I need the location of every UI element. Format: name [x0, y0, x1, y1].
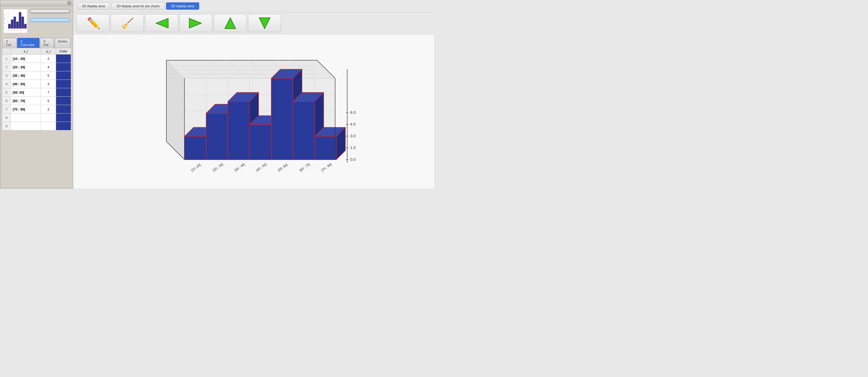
tab-bar: 2 Col 2 Col+color 3 Col Series — [0, 36, 73, 48]
close-icon[interactable] — [67, 1, 71, 5]
svg-rect-13 — [24, 24, 27, 29]
chart-area: 0.0 1.5 3.0 4.5 6.0 [10 ;20[ [20 ; 30[ [… — [73, 34, 434, 188]
color-cell[interactable] — [56, 88, 71, 97]
row-number: 8 — [2, 113, 11, 122]
svg-rect-9 — [13, 16, 16, 28]
tab-3d-display[interactable]: 3D display area — [166, 2, 199, 10]
svg-marker-56 — [206, 113, 228, 160]
svg-rect-11 — [19, 12, 22, 29]
table-row: 3[30 ; 40[5 — [2, 71, 71, 80]
left-arrow-icon — [154, 16, 169, 30]
yi-cell[interactable]: 4 — [41, 63, 56, 71]
xi-cell[interactable]: [50; 60[ — [11, 88, 41, 97]
svg-text:6: 6 — [18, 30, 19, 31]
toolbar: ✏️ 🧹 — [73, 12, 434, 34]
table-row: 2[20 ; 30[4 — [2, 63, 71, 71]
choose-type-button[interactable] — [30, 9, 70, 13]
col-header-num — [2, 48, 11, 55]
draw-button[interactable]: ✏️ — [76, 14, 110, 32]
tab-3col[interactable]: 3 Col — [40, 38, 54, 48]
svg-text:2: 2 — [4, 23, 5, 24]
svg-marker-62 — [250, 125, 271, 160]
svg-marker-23 — [225, 18, 236, 29]
color-cell[interactable] — [56, 71, 71, 80]
xi-cell[interactable]: [40 ; 50[ — [11, 80, 41, 88]
tab-2col-color[interactable]: 2 Col+color — [17, 38, 39, 48]
svg-text:1.5: 1.5 — [350, 145, 355, 150]
draw-icon: ✏️ — [86, 16, 100, 30]
display-tabs: 2D display area 2D display area for pie … — [73, 0, 434, 12]
tab-2d-display[interactable]: 2D display area — [77, 2, 110, 10]
svg-text:2: 2 — [11, 30, 12, 31]
down-arrow-icon — [257, 16, 273, 30]
svg-marker-24 — [259, 18, 270, 29]
svg-marker-71 — [315, 136, 336, 160]
svg-text:1: 1 — [4, 27, 5, 29]
data-table-wrap: x_i y_i Color 1[10 ; 20[22[20 ; 30[43[30… — [0, 48, 73, 188]
table-row: 9 — [2, 122, 71, 130]
left-arrow-button[interactable] — [145, 14, 178, 32]
yi-cell[interactable]: 5 — [41, 71, 56, 80]
col-header-yi: y_i — [41, 48, 56, 55]
row-number: 4 — [2, 80, 11, 88]
row-number: 9 — [2, 122, 11, 130]
xi-cell[interactable]: [30 ; 40[ — [11, 71, 41, 80]
svg-text:4.5: 4.5 — [350, 122, 355, 127]
svg-text:4: 4 — [14, 30, 15, 31]
yi-cell[interactable]: 7 — [41, 88, 56, 97]
color-cell[interactable] — [56, 113, 71, 122]
svg-text:6.0: 6.0 — [350, 110, 355, 115]
tab-series[interactable]: Series — [55, 38, 70, 48]
svg-rect-8 — [11, 20, 13, 28]
color-cell[interactable] — [56, 80, 71, 88]
table-row: 4[40 ; 50[3 — [2, 80, 71, 88]
color-cell[interactable] — [56, 105, 71, 113]
svg-text:🧹: 🧹 — [121, 17, 134, 30]
svg-text:0: 0 — [8, 30, 9, 31]
row-number: 6 — [2, 97, 11, 105]
chart-container: 0.0 1.5 3.0 4.5 6.0 [10 ;20[ [20 ; 30[ [… — [130, 45, 377, 178]
table-row: 8 — [2, 113, 71, 122]
panel-titlebar — [0, 0, 73, 6]
table-row: 7[70 ; 80[2 — [2, 105, 71, 113]
yi-cell[interactable]: 2 — [41, 55, 56, 63]
color-cell[interactable] — [56, 55, 71, 63]
right-arrow-button[interactable] — [179, 14, 213, 32]
tab-2d-pie[interactable]: 2D display area for pie charts — [111, 2, 164, 10]
up-arrow-icon — [222, 16, 238, 30]
svg-text:3: 3 — [4, 18, 5, 20]
color-cell[interactable] — [56, 63, 71, 71]
yi-cell[interactable]: 3 — [41, 80, 56, 88]
xi-cell[interactable]: [60 ; 70[ — [11, 97, 41, 105]
svg-text:0.0: 0.0 — [350, 157, 355, 162]
yi-cell[interactable]: 2 — [41, 105, 56, 113]
xi-cell[interactable]: [10 ; 20[ — [11, 55, 41, 63]
yi-cell[interactable]: 5 — [41, 97, 56, 105]
svg-marker-68 — [293, 101, 315, 160]
color-cell[interactable] — [56, 122, 71, 130]
diagram-buttons — [30, 9, 70, 22]
color-cell[interactable] — [56, 97, 71, 105]
xi-cell[interactable] — [11, 122, 41, 130]
yi-cell[interactable] — [41, 122, 56, 130]
svg-rect-12 — [22, 16, 24, 28]
xi-cell[interactable] — [11, 113, 41, 122]
row-number: 3 — [2, 71, 11, 80]
col-header-xi: x_i — [11, 48, 41, 55]
row-number: 2 — [2, 63, 11, 71]
tab-2col[interactable]: 2 Col — [3, 38, 17, 48]
clear-button[interactable]: 🧹 — [111, 14, 144, 32]
xi-cell[interactable]: [70 ; 80[ — [11, 105, 41, 113]
param-settings-button[interactable] — [30, 18, 70, 22]
up-arrow-button[interactable] — [214, 14, 247, 32]
svg-marker-65 — [271, 78, 293, 160]
xi-cell[interactable]: [20 ; 30[ — [11, 63, 41, 71]
row-number: 1 — [2, 55, 11, 63]
yi-cell[interactable] — [41, 113, 56, 122]
left-panel: 4 3 2 1 0 2 4 6 8 — [0, 0, 73, 188]
down-arrow-button[interactable] — [248, 14, 281, 32]
svg-text:8: 8 — [21, 30, 22, 31]
right-panel: 2D display area 2D display area for pie … — [73, 0, 434, 188]
data-table: x_i y_i Color 1[10 ; 20[22[20 ; 30[43[30… — [2, 48, 71, 130]
svg-text:✏️: ✏️ — [87, 16, 100, 30]
